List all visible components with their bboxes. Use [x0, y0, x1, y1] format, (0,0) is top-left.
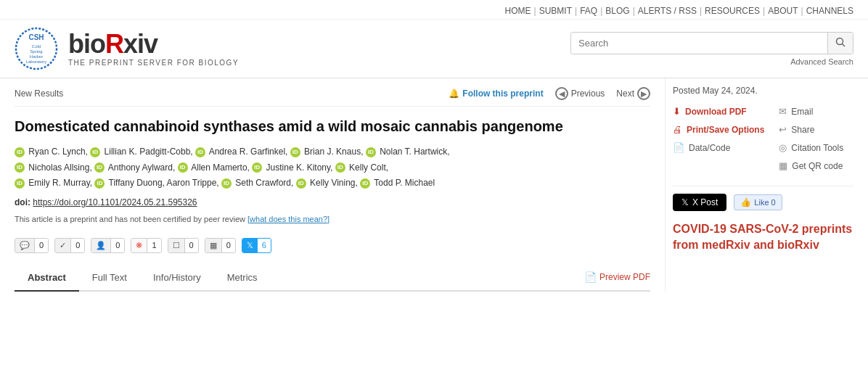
top-nav: HOME| SUBMIT| FAQ| BLOG| ALERTS / RSS| R… [0, 0, 868, 20]
orcid-icon: ID [290, 147, 300, 157]
nav-home[interactable]: HOME [505, 6, 531, 16]
svg-point-6 [837, 38, 843, 44]
collections-count: 0 [222, 239, 235, 252]
biorxiv-brand: bioRxiv THE PREPRINT SERVER FOR BIOLOGY [68, 31, 239, 67]
download-pdf-link[interactable]: Download PDF [685, 107, 747, 117]
nav-resources[interactable]: RESOURCES [705, 6, 760, 16]
twitter-metric[interactable]: 𝕏 6 [242, 238, 271, 253]
x-icon: 𝕏 [681, 197, 689, 207]
data-code-icon: 📄 [673, 142, 684, 153]
share-label: Share [791, 125, 814, 135]
left-column: New Results 🔔 Follow this preprint ◀ Pre… [15, 78, 665, 292]
collections-icon: ▦ [205, 239, 222, 252]
citation-tools-icon: ◎ [779, 142, 787, 153]
orcid-icon: ID [252, 162, 262, 173]
svg-text:CSH: CSH [28, 33, 44, 41]
fb-like-label: Like 0 [754, 198, 775, 207]
action-list-left: ⬇ Download PDF 🖨 Print/Save Options 📄 Da… [673, 106, 764, 178]
print-save-link[interactable]: Print/Save Options [687, 125, 764, 135]
share-icon: ↩ [779, 124, 787, 135]
article-header-bar: New Results 🔔 Follow this preprint ◀ Pre… [15, 78, 650, 107]
previous-arrow-icon: ◀ [555, 87, 568, 100]
nav-about[interactable]: ABOUT [768, 6, 798, 16]
mentions-icon: 👤 [91, 239, 111, 252]
citation-tools-label: Citation Tools [791, 143, 843, 153]
fb-like-button[interactable]: 👍 Like 0 [734, 194, 782, 210]
orcid-icon: ID [178, 162, 188, 173]
email-icon: ✉ [779, 106, 787, 117]
collections-metric[interactable]: ▦ 0 [205, 238, 236, 253]
tab-fulltext[interactable]: Full Text [79, 265, 140, 292]
article-title: Domesticated cannabinoid synthases amid … [15, 117, 650, 136]
mentions-metric[interactable]: 👤 0 [91, 238, 125, 253]
comments-icon: 💬 [15, 239, 35, 252]
preprint-notice: This article is a preprint and has not b… [15, 215, 650, 223]
svg-text:Spring: Spring [30, 49, 42, 54]
nav-blog[interactable]: BLOG [605, 6, 629, 16]
nav-faq[interactable]: FAQ [580, 6, 597, 16]
authors-list: ID Ryan C. Lynch, ID Lillian K. Padgitt-… [15, 144, 650, 191]
orcid-icon: ID [221, 178, 232, 189]
tab-abstract[interactable]: Abstract [15, 265, 79, 292]
doi-link[interactable]: https://doi.org/10.1101/2024.05.21.59532… [33, 197, 197, 207]
pdf-icon: 📄 [584, 271, 597, 283]
tab-metrics[interactable]: Metrics [214, 265, 271, 292]
orcid-icon: ID [366, 147, 376, 157]
previous-article-button[interactable]: ◀ Previous [555, 87, 605, 100]
orcid-icon: ID [94, 178, 105, 189]
logo-area: CSH Cold Spring Harbor Laboratory bioRxi… [15, 27, 239, 70]
biorxiv-tagline: THE PREPRINT SERVER FOR BIOLOGY [68, 59, 239, 67]
main-content: New Results 🔔 Follow this preprint ◀ Pre… [0, 78, 868, 292]
highlights-count: 1 [147, 239, 160, 252]
orcid-icon: ID [335, 162, 345, 173]
nav-submit[interactable]: SUBMIT [539, 6, 572, 16]
saves-metric[interactable]: ☐ 0 [168, 238, 199, 253]
search-button[interactable] [827, 33, 853, 54]
comments-metric[interactable]: 💬 0 [15, 238, 49, 253]
advanced-search-link[interactable]: Advanced Search [790, 57, 853, 66]
csh-logo: CSH Cold Spring Harbor Laboratory [15, 27, 58, 70]
tab-infohistory[interactable]: Info/History [140, 265, 214, 292]
orcid-icon: ID [90, 147, 100, 157]
doi-line: doi: https://doi.org/10.1101/2024.05.21.… [15, 197, 650, 207]
right-divider [673, 186, 853, 186]
follow-preprint-button[interactable]: 🔔 Follow this preprint [449, 88, 543, 99]
twitter-icon: 𝕏 [242, 239, 258, 252]
qr-code-label: Get QR code [792, 161, 843, 171]
tabs-bar: Abstract Full Text Info/History Metrics … [15, 265, 650, 292]
highlights-icon: ❋ [131, 239, 147, 252]
twitter-count: 6 [258, 239, 271, 252]
metrics-bar: 💬 0 ✓ 0 👤 0 ❋ 1 ☐ 0 [15, 234, 650, 257]
x-post-button[interactable]: 𝕏 X Post [673, 194, 726, 211]
svg-text:Laboratory: Laboratory [26, 59, 47, 64]
what-does-this-mean-link[interactable]: [what does this mean?] [247, 215, 329, 223]
comments-count: 0 [35, 239, 48, 252]
preview-pdf-link[interactable]: 📄 Preview PDF [584, 271, 650, 283]
posted-date: Posted May 24, 2024. [673, 86, 853, 96]
search-box [570, 32, 853, 54]
search-input[interactable] [571, 33, 827, 54]
orcid-icon: ID [94, 162, 105, 173]
next-article-button[interactable]: Next ▶ [616, 87, 650, 100]
highlights-metric[interactable]: ❋ 1 [131, 238, 161, 253]
action-list-right: ✉ Email ↩ Share ◎ Citation Tools ▦ Get Q… [779, 106, 843, 178]
svg-line-7 [843, 44, 846, 46]
saves-count: 0 [185, 239, 198, 252]
covid-link[interactable]: COVID-19 SARS-CoV-2 preprints from medRx… [673, 223, 852, 251]
article-type: New Results [15, 88, 63, 99]
reviews-metric[interactable]: ✓ 0 [54, 238, 85, 253]
orcid-icon: ID [15, 178, 25, 189]
svg-text:Harbor: Harbor [30, 54, 43, 59]
email-label: Email [791, 107, 813, 117]
print-save-icon: 🖨 [673, 124, 682, 135]
covid-box: COVID-19 SARS-CoV-2 preprints from medRx… [673, 221, 853, 254]
right-column: Posted May 24, 2024. ⬇ Download PDF 🖨 Pr… [665, 78, 853, 292]
bell-icon: 🔔 [449, 88, 459, 99]
orcid-icon: ID [296, 178, 306, 189]
orcid-icon: ID [15, 162, 25, 173]
saves-icon: ☐ [168, 239, 185, 252]
nav-channels[interactable]: CHANNELS [806, 6, 853, 16]
biorxiv-logo: bioRxiv [68, 31, 239, 57]
qr-code-icon: ▦ [779, 160, 787, 171]
nav-alerts[interactable]: ALERTS / RSS [638, 6, 697, 16]
